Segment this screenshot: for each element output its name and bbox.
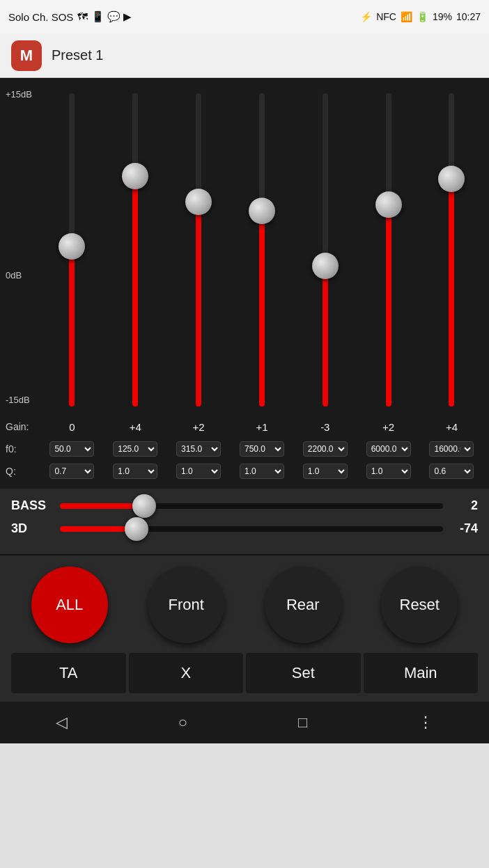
f0-select-5[interactable]: 6000.0 (366, 441, 411, 457)
bass-value: 2 (450, 498, 478, 513)
front-button[interactable]: Front (148, 567, 224, 643)
q-row: Q: 0.7 1.0 1.0 1.0 (6, 461, 483, 482)
gain-row: Gain: 0 +4 +2 +1 -3 +2 +4 (6, 416, 483, 437)
rear-button[interactable]: Rear (265, 567, 341, 643)
f0-select-wrap-5[interactable]: 6000.0 (364, 441, 413, 457)
status-right: ⚡ NFC 📶 🔋 19% 10:27 (360, 11, 481, 22)
app-name-status: Solo Ch. SOS (8, 11, 73, 23)
q-select-wrap-6[interactable]: 0.6 (427, 464, 476, 479)
eq-section: +15dB 0dB -15dB (0, 78, 489, 413)
q-select-2[interactable]: 1.0 (176, 464, 221, 479)
app-icon: M (11, 40, 42, 71)
q-select-5[interactable]: 1.0 (366, 464, 411, 479)
threed-row: 3D -74 (11, 521, 478, 536)
gain-val-0: 0 (47, 421, 96, 433)
f0-select-wrap-6[interactable]: 16000.0 (427, 441, 476, 457)
f0-select-2[interactable]: 315.0 (176, 441, 221, 457)
eq-slider-4[interactable] (301, 86, 350, 407)
reset-button[interactable]: Reset (381, 567, 458, 643)
q-select-0[interactable]: 0.7 (49, 464, 94, 479)
q-values: 0.7 1.0 1.0 1.0 1.0 (40, 464, 483, 479)
threed-slider[interactable] (60, 526, 443, 532)
db-mid-label: 0dB (6, 270, 40, 281)
gain-values: 0 +4 +2 +1 -3 +2 +4 (40, 421, 483, 433)
db-bot-label: -15dB (6, 395, 40, 405)
eq-slider-2[interactable] (174, 86, 223, 407)
q-select-6[interactable]: 0.6 (429, 464, 474, 479)
f0-select-1[interactable]: 125.0 (113, 441, 157, 457)
q-select-wrap-5[interactable]: 1.0 (364, 464, 413, 479)
battery-icon: 🔋 (417, 11, 428, 22)
recent-nav-icon[interactable]: □ (298, 713, 307, 732)
bass-slider[interactable] (60, 503, 443, 509)
f0-select-6[interactable]: 16000.0 (429, 441, 474, 457)
gain-label: Gain: (6, 421, 40, 432)
x-button[interactable]: X (129, 653, 244, 693)
bass-3d-section: BASS 2 3D -74 (0, 489, 489, 554)
q-select-wrap-3[interactable]: 1.0 (238, 464, 286, 479)
q-select-wrap-0[interactable]: 0.7 (47, 464, 96, 479)
all-button[interactable]: ALL (31, 567, 108, 643)
q-select-wrap-4[interactable]: 1.0 (301, 464, 350, 479)
app-header: M Preset 1 (0, 33, 489, 78)
buttons-section: ALL Front Rear Reset TA X Set Main (0, 554, 489, 702)
db-top-label: +15dB (6, 89, 40, 100)
f0-select-wrap-4[interactable]: 2200.0 (301, 441, 350, 457)
status-bar: Solo Ch. SOS 🗺 📱 💬 ▶ ⚡ NFC 📶 🔋 19% 10:27 (0, 0, 489, 33)
menu-nav-icon[interactable]: ⋮ (418, 713, 433, 732)
f0-select-0[interactable]: 50.0 (49, 441, 94, 457)
app-icon-symbol: M (20, 47, 33, 65)
bass-thumb[interactable] (132, 494, 156, 518)
rect-buttons-row: TA X Set Main (11, 653, 478, 693)
battery-percent: 19% (433, 11, 452, 22)
bluetooth-icon: ⚡ (360, 11, 372, 22)
gain-val-3: +1 (238, 421, 286, 433)
app-title: Preset 1 (52, 47, 103, 63)
set-button[interactable]: Set (246, 653, 361, 693)
ta-button[interactable]: TA (11, 653, 126, 693)
q-select-wrap-1[interactable]: 1.0 (111, 464, 160, 479)
time: 10:27 (456, 11, 481, 22)
q-label: Q: (6, 466, 40, 477)
eq-slider-6[interactable] (427, 86, 476, 407)
eq-slider-5[interactable] (364, 86, 413, 407)
threed-value: -74 (450, 521, 478, 536)
bass-fill (60, 503, 144, 509)
f0-row: f0: 50.0 125.0 315.0 750.0 (6, 439, 483, 459)
f0-select-wrap-2[interactable]: 315.0 (174, 441, 223, 457)
f0-select-wrap-1[interactable]: 125.0 (111, 441, 160, 457)
nfc-icon: NFC (376, 11, 396, 22)
f0-select-4[interactable]: 2200.0 (303, 441, 348, 457)
status-left: Solo Ch. SOS 🗺 📱 💬 ▶ (8, 10, 132, 23)
wifi-icon: 📶 (401, 11, 412, 22)
threed-label: 3D (11, 521, 53, 536)
gain-val-2: +2 (174, 421, 223, 433)
threed-thumb[interactable] (125, 517, 148, 541)
nav-bar: ◁ ○ □ ⋮ (0, 702, 489, 743)
q-select-4[interactable]: 1.0 (303, 464, 348, 479)
f0-label: f0: (6, 443, 40, 455)
eq-controls: Gain: 0 +4 +2 +1 -3 +2 +4 f0: 50.0 125.0 (0, 413, 489, 489)
bass-label: BASS (11, 498, 53, 513)
eq-slider-0[interactable] (47, 86, 96, 407)
f0-select-wrap-3[interactable]: 750.0 (238, 441, 286, 457)
f0-values: 50.0 125.0 315.0 750.0 2200.0 (40, 441, 483, 457)
status-icons: 🗺 📱 💬 ▶ (77, 10, 132, 23)
back-nav-icon[interactable]: ◁ (56, 713, 68, 732)
q-select-1[interactable]: 1.0 (113, 464, 157, 479)
q-select-wrap-2[interactable]: 1.0 (174, 464, 223, 479)
f0-select-3[interactable]: 750.0 (240, 441, 284, 457)
gain-val-4: -3 (301, 421, 350, 433)
circle-buttons-row: ALL Front Rear Reset (11, 567, 478, 643)
gain-val-5: +2 (364, 421, 413, 433)
gain-val-1: +4 (111, 421, 160, 433)
eq-slider-3[interactable] (238, 86, 286, 407)
gain-val-6: +4 (427, 421, 476, 433)
main-button[interactable]: Main (364, 653, 479, 693)
home-nav-icon[interactable]: ○ (178, 713, 187, 732)
bass-row: BASS 2 (11, 498, 478, 513)
q-select-3[interactable]: 1.0 (240, 464, 284, 479)
eq-slider-1[interactable] (111, 86, 160, 407)
f0-select-wrap-0[interactable]: 50.0 (47, 441, 96, 457)
